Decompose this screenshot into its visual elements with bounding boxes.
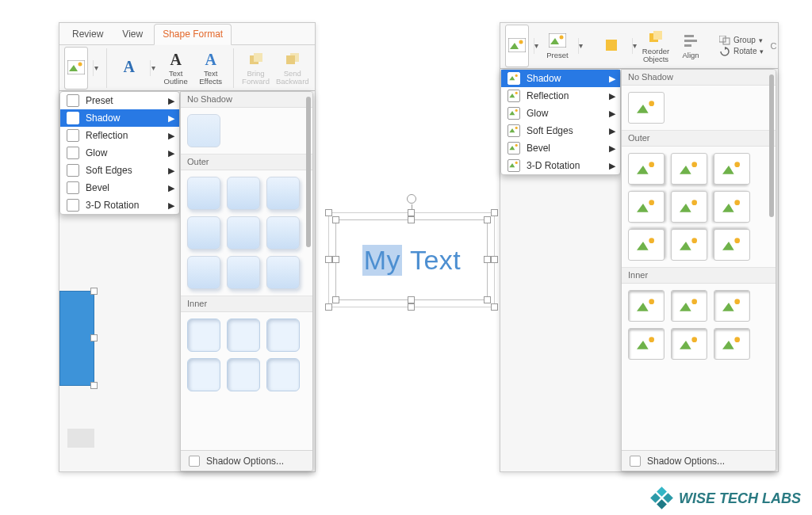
ribbon: ▾ A ▾ AText Outline AText Effects Bring … xyxy=(59,45,315,91)
shadow-swatch-inner[interactable] xyxy=(266,358,300,391)
dropdown-caret-icon[interactable]: ▾ xyxy=(578,38,583,54)
shadow-swatch-outer[interactable] xyxy=(187,216,220,250)
text-fill-button[interactable]: A xyxy=(113,47,145,90)
dropdown-caret-icon[interactable]: ▾ xyxy=(632,38,637,54)
picture-swatch-outer[interactable] xyxy=(714,191,750,223)
menu-reflection[interactable]: Reflection▶ xyxy=(501,87,620,105)
shadow-swatch-inner[interactable] xyxy=(227,358,260,391)
shadow-swatch-outer[interactable] xyxy=(266,256,300,289)
picture-swatch-none[interactable] xyxy=(628,92,665,124)
shadow-swatch-inner[interactable] xyxy=(187,319,220,352)
resize-handle[interactable] xyxy=(325,303,332,311)
picture-effects-button[interactable] xyxy=(505,25,529,67)
shadow-swatch-outer[interactable] xyxy=(227,216,260,250)
picture-swatch-outer[interactable] xyxy=(714,153,750,185)
picture-swatch-outer[interactable] xyxy=(628,191,665,223)
resize-handle[interactable] xyxy=(491,209,498,216)
shadow-swatch-outer[interactable] xyxy=(227,177,260,210)
svg-point-42 xyxy=(734,162,740,167)
picture-swatch-outer[interactable] xyxy=(628,153,665,185)
menu-glow[interactable]: Glow▶ xyxy=(501,105,620,122)
selected-blue-shape[interactable] xyxy=(59,291,94,386)
picture-swatch-inner[interactable] xyxy=(714,328,750,360)
svg-marker-59 xyxy=(722,303,734,311)
dropdown-caret-icon[interactable]: ▾ xyxy=(93,60,100,76)
bring-forward-icon xyxy=(247,51,265,68)
picture-swatch-outer[interactable] xyxy=(671,229,707,261)
glow-icon xyxy=(67,147,79,159)
shadow-swatch-inner[interactable] xyxy=(187,358,220,391)
picture-swatch-outer[interactable] xyxy=(671,153,707,185)
svg-rect-17 xyxy=(684,40,697,42)
resize-handle[interactable] xyxy=(325,209,332,216)
text-effects-button[interactable]: AText Effects xyxy=(195,47,227,90)
picture-swatch-inner[interactable] xyxy=(714,290,750,322)
shadow-swatch-none[interactable] xyxy=(187,114,220,147)
shadow-swatch-outer[interactable] xyxy=(187,177,220,210)
shadow-swatch-outer[interactable] xyxy=(187,256,220,289)
ribbon: ▾ Preset ▾ ▾ Reorder Objects Align Group… xyxy=(500,23,778,69)
menu-bevel[interactable]: Bevel▶ xyxy=(501,139,620,157)
svg-point-50 xyxy=(649,238,654,243)
svg-rect-34 xyxy=(634,98,657,117)
tab-shape-format[interactable]: Shape Format xyxy=(154,24,232,45)
reorder-objects-button[interactable]: Reorder Objects xyxy=(640,25,672,67)
menu-bevel[interactable]: Bevel▶ xyxy=(60,179,179,196)
menu-3d-rotation[interactable]: 3-D Rotation▶ xyxy=(60,196,179,214)
preset-button[interactable]: Preset xyxy=(542,25,573,67)
shadow-swatch-outer[interactable] xyxy=(227,256,260,289)
tab-view[interactable]: View xyxy=(114,25,151,44)
menu-label: Shadow xyxy=(527,73,561,84)
selected-textbox[interactable]: My Text xyxy=(328,212,495,307)
menu-soft-edges[interactable]: Soft Edges▶ xyxy=(60,162,179,179)
svg-point-29 xyxy=(515,127,518,129)
resize-handle[interactable] xyxy=(491,303,498,311)
chevron-right-icon: ▶ xyxy=(609,74,615,84)
picture-swatch-outer[interactable] xyxy=(671,191,707,223)
svg-marker-39 xyxy=(680,166,691,174)
picture-swatch-inner[interactable] xyxy=(671,328,707,360)
align-icon xyxy=(682,32,699,49)
resize-handle[interactable] xyxy=(408,209,415,216)
text-outline-button[interactable]: AText Outline xyxy=(160,47,192,90)
svg-marker-63 xyxy=(680,341,691,349)
menu-reflection[interactable]: Reflection▶ xyxy=(60,127,179,144)
resize-handle[interactable] xyxy=(325,256,332,263)
shadow-options[interactable]: Shadow Options... xyxy=(622,450,776,471)
rotate-button[interactable]: Rotate▾ xyxy=(719,47,764,56)
dropdown-caret-icon[interactable]: ▾ xyxy=(534,38,538,54)
menu-soft-edges[interactable]: Soft Edges▶ xyxy=(501,122,620,139)
svg-marker-32 xyxy=(509,163,515,167)
picture-swatch-inner[interactable] xyxy=(628,328,665,360)
shadow-options[interactable]: Shadow Options... xyxy=(181,450,312,471)
menu-shadow[interactable]: Shadow▶ xyxy=(501,70,620,87)
yellow-shape-button[interactable] xyxy=(596,25,627,67)
shadow-swatch-outer[interactable] xyxy=(266,177,300,210)
tab-review[interactable]: Review xyxy=(64,25,111,44)
shadow-swatch-inner[interactable] xyxy=(266,319,300,352)
scrollbar[interactable] xyxy=(769,74,774,447)
align-button[interactable]: Align xyxy=(675,25,707,67)
chevron-right-icon: ▶ xyxy=(609,109,615,119)
menu-3d-rotation[interactable]: 3-D Rotation▶ xyxy=(501,157,620,174)
rotate-handle[interactable] xyxy=(407,194,416,204)
menu-preset[interactable]: Preset▶ xyxy=(60,92,179,109)
group-button[interactable]: Group▾ xyxy=(719,36,764,45)
resize-handle[interactable] xyxy=(408,303,415,311)
menu-glow[interactable]: Glow▶ xyxy=(60,144,179,162)
scrollbar[interactable] xyxy=(306,97,311,447)
picture-swatch-inner[interactable] xyxy=(671,290,707,322)
svg-marker-65 xyxy=(722,341,734,349)
dropdown-caret-icon[interactable]: ▾ xyxy=(150,60,157,76)
menu-shadow[interactable]: Shadow▶ xyxy=(60,109,179,127)
picture-swatch-outer[interactable] xyxy=(714,229,750,261)
shadow-swatch-outer[interactable] xyxy=(266,216,300,250)
shape-effects-button[interactable] xyxy=(64,47,88,90)
resize-handle[interactable] xyxy=(491,256,498,263)
picture-swatch-outer[interactable] xyxy=(628,229,665,261)
picture-swatch-inner[interactable] xyxy=(628,290,665,322)
svg-point-64 xyxy=(691,337,697,342)
textbox-text[interactable]: My Text xyxy=(336,220,487,299)
svg-rect-20 xyxy=(723,38,730,44)
shadow-swatch-inner[interactable] xyxy=(227,319,260,352)
